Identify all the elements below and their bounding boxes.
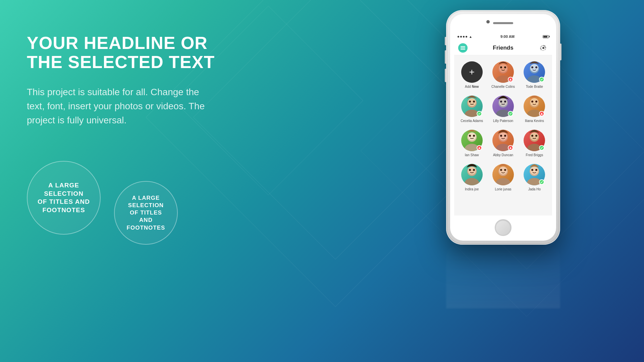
- svg-point-36: [500, 135, 502, 137]
- add-new-item[interactable]: + Add New: [457, 59, 487, 92]
- friend-iliana[interactable]: Iliana Kevins: [520, 93, 549, 126]
- signal-dot-4: [466, 36, 467, 38]
- svg-point-5: [499, 64, 507, 72]
- tode-status: [539, 77, 544, 82]
- iliana-status: [539, 111, 544, 116]
- abby-name: Abby Duncan: [493, 153, 513, 157]
- svg-point-52: [504, 169, 506, 171]
- svg-point-41: [531, 135, 533, 137]
- settings-gear-icon[interactable]: [539, 43, 548, 53]
- signal-dot-1: [458, 36, 459, 38]
- friend-abby[interactable]: Abby Duncan: [488, 127, 518, 160]
- friend-cecelia[interactable]: Cecelia Adams: [457, 93, 487, 126]
- svg-point-47: [473, 169, 475, 171]
- fred-status: [539, 145, 544, 150]
- add-new-label: Add New: [465, 85, 479, 89]
- svg-point-16: [469, 101, 471, 103]
- left-content: YOUR HEADLINE OR THE SELECTED TEXT This …: [0, 0, 252, 362]
- fred-name: Fred Briggs: [526, 153, 543, 157]
- lilly-avatar-wrap: [492, 96, 514, 117]
- svg-point-7: [504, 66, 506, 68]
- friend-jada[interactable]: Jada Ho: [520, 161, 549, 194]
- svg-point-6: [500, 66, 502, 68]
- svg-point-50: [499, 167, 507, 175]
- lilly-status: [508, 111, 513, 116]
- status-time: 9:00 AM: [500, 35, 515, 39]
- svg-rect-0: [461, 46, 465, 47]
- iliana-name: Iliana Kevins: [525, 119, 544, 123]
- signal-dot-2: [460, 36, 462, 38]
- svg-point-21: [500, 101, 502, 103]
- svg-point-30: [468, 132, 476, 140]
- svg-point-17: [473, 101, 475, 103]
- indira-avatar: [461, 164, 483, 185]
- cecelia-name: Cecelia Adams: [461, 119, 483, 123]
- phone-mute-button: [445, 37, 446, 45]
- svg-point-27: [535, 101, 537, 103]
- svg-point-32: [473, 135, 475, 137]
- friend-fred[interactable]: Fred Briggs: [520, 127, 549, 160]
- phone-power-button: [560, 44, 561, 60]
- svg-rect-1: [461, 48, 465, 48]
- chanelle-name: Chanelle Colins: [491, 85, 515, 89]
- friend-indira[interactable]: Indira joe: [457, 161, 487, 194]
- phone-volume-down-button: [445, 69, 446, 82]
- screen-header: Friends: [454, 41, 552, 55]
- lorie-avatar-wrap: [492, 164, 514, 185]
- phone-mockup: ▲ 9:00 AM: [446, 10, 560, 245]
- svg-point-37: [504, 135, 506, 137]
- description: This project is suitable for all. Change…: [27, 85, 215, 127]
- svg-point-57: [535, 169, 537, 171]
- wifi-icon: ▲: [469, 35, 472, 39]
- fred-avatar-wrap: [524, 130, 545, 151]
- svg-point-44: [465, 178, 479, 185]
- circles-container: A LARGE SELECTION OF TITLES AND FOOTNOTE…: [27, 161, 225, 245]
- home-button[interactable]: [495, 219, 512, 236]
- jada-status: [539, 179, 544, 185]
- svg-point-20: [499, 98, 507, 106]
- menu-icon[interactable]: [458, 43, 468, 53]
- phone-inner: ▲ 9:00 AM: [450, 14, 556, 241]
- indira-avatar-wrap: [461, 164, 483, 185]
- headline: YOUR HEADLINE OR THE SELECTED TEXT: [27, 34, 225, 72]
- indira-name: Indira joe: [465, 187, 479, 191]
- svg-point-56: [531, 169, 533, 171]
- friend-lorie[interactable]: Lorie junas: [488, 161, 518, 194]
- svg-point-26: [531, 101, 533, 103]
- tode-name: Tode Bratte: [526, 85, 543, 89]
- abby-avatar-wrap: [492, 130, 514, 151]
- svg-point-11: [531, 66, 533, 68]
- chanelle-avatar-wrap: [492, 61, 514, 83]
- add-new-button[interactable]: +: [461, 61, 483, 83]
- jada-name: Jada Ho: [528, 187, 541, 191]
- svg-point-49: [496, 178, 511, 185]
- chanelle-status: [508, 77, 513, 82]
- phone-volume-up-button: [445, 50, 446, 64]
- signal-dots: ▲: [458, 35, 472, 39]
- friend-lilly[interactable]: Lilly Paterson: [488, 93, 518, 126]
- friend-chanelle[interactable]: Chanelle Colins: [488, 59, 518, 92]
- svg-point-10: [530, 64, 538, 72]
- cecelia-status: [477, 111, 482, 116]
- tode-avatar-wrap: [524, 61, 545, 83]
- phone-outer: ▲ 9:00 AM: [446, 10, 560, 245]
- signal-dot-3: [463, 36, 465, 38]
- jada-avatar-wrap: [524, 164, 545, 185]
- svg-point-25: [530, 98, 538, 106]
- ian-status: [477, 145, 482, 150]
- svg-point-31: [469, 135, 471, 137]
- svg-point-35: [499, 132, 507, 140]
- battery-icon: [543, 35, 549, 38]
- svg-point-51: [500, 169, 502, 171]
- lorie-avatar: [492, 164, 514, 185]
- iliana-avatar-wrap: [524, 96, 545, 117]
- circle-badge-large: A LARGE SELECTION OF TITLES AND FOOTNOTE…: [27, 161, 101, 235]
- svg-point-12: [535, 66, 537, 68]
- lilly-name: Lilly Paterson: [493, 119, 513, 123]
- friend-ian[interactable]: Ian Shaw: [457, 127, 487, 160]
- friend-tode[interactable]: Tode Bratte: [520, 59, 549, 92]
- circle-badge-medium: A LARGE SELECTION OF TITLES AND FOOTNOTE…: [114, 181, 178, 245]
- svg-point-42: [535, 135, 537, 137]
- svg-point-40: [530, 132, 538, 140]
- status-bar: ▲ 9:00 AM: [454, 33, 552, 41]
